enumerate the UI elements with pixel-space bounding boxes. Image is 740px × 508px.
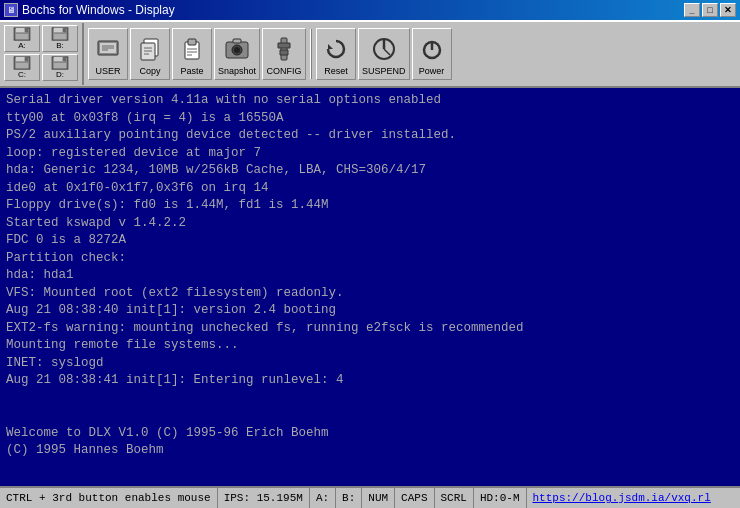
terminal-line: Started kswapd v 1.4.2.2	[6, 215, 734, 233]
snapshot-icon	[221, 33, 253, 65]
terminal-line: VFS: Mounted root (ext2 filesystem) read…	[6, 285, 734, 303]
floppy-c-icon	[12, 56, 32, 70]
status-bar: CTRL + 3rd button enables mouse IPS: 15.…	[0, 486, 740, 508]
terminal-screen: Serial driver version 4.11a with no seri…	[0, 88, 740, 486]
floppy-group: A: B: C:	[4, 23, 84, 85]
terminal-line: PS/2 auxiliary pointing device detected …	[6, 127, 734, 145]
caps-lock-status: CAPS	[395, 488, 434, 508]
svg-rect-6	[63, 28, 67, 32]
minimize-button[interactable]: _	[684, 3, 700, 17]
num-lock-status: NUM	[362, 488, 395, 508]
suspend-button[interactable]: SUSPEND	[358, 28, 410, 80]
floppy-c-label: C:	[18, 70, 26, 79]
terminal-line: hda: hda1	[6, 267, 734, 285]
terminal-line: Welcome to DLX V1.0 (C) 1995-96 Erich Bo…	[6, 425, 734, 443]
reset-button[interactable]: Reset	[316, 28, 356, 80]
title-bar-left: 🖥 Bochs for Windows - Display	[4, 3, 175, 17]
drive-a-status: A:	[310, 488, 336, 508]
terminal-line: EXT2-fs warning: mounting unchecked fs, …	[6, 320, 734, 338]
svg-marker-36	[328, 44, 333, 49]
status-link: https://blog.jsdm.ia/vxq.rl	[527, 488, 717, 508]
floppy-c-button[interactable]: C:	[4, 54, 40, 81]
terminal-line: (C) 1995 Hannes Boehm	[6, 442, 734, 460]
copy-label: Copy	[139, 66, 160, 76]
terminal-line: loop: registered device at major 7	[6, 145, 734, 163]
svg-rect-7	[54, 34, 66, 39]
paste-icon	[176, 33, 208, 65]
floppy-b-icon	[50, 27, 70, 41]
hd-status: HD:0-M	[474, 488, 527, 508]
toolbar: A: B: C:	[0, 20, 740, 88]
svg-rect-15	[54, 63, 66, 68]
svg-point-33	[234, 47, 240, 53]
terminal-line	[6, 477, 734, 486]
terminal-line: Mounting remote file systems...	[6, 337, 734, 355]
terminal-line: tty00 at 0x03f8 (irq = 4) is a 16550A	[6, 110, 734, 128]
user-button[interactable]: USER	[88, 28, 128, 80]
mouse-hint: CTRL + 3rd button enables mouse	[0, 488, 218, 508]
user-label: USER	[95, 66, 120, 76]
close-button[interactable]: ✕	[720, 3, 736, 17]
ips-display: IPS: 15.195M	[218, 488, 310, 508]
svg-rect-2	[25, 28, 29, 32]
terminal-line	[6, 407, 734, 425]
terminal-line: hda: Generic 1234, 10MB w/256kB Cache, L…	[6, 162, 734, 180]
paste-button[interactable]: Paste	[172, 28, 212, 80]
window-title: Bochs for Windows - Display	[22, 3, 175, 17]
suspend-icon	[368, 33, 400, 65]
scroll-lock-status: SCRL	[435, 488, 474, 508]
reset-icon	[320, 33, 352, 65]
floppy-row-top: A: B:	[4, 25, 78, 52]
terminal-line: Serial driver version 4.11a with no seri…	[6, 92, 734, 110]
floppy-a-label: A:	[18, 41, 26, 50]
power-label: Power	[419, 66, 445, 76]
terminal-line: Partition check:	[6, 250, 734, 268]
maximize-button[interactable]: □	[702, 3, 718, 17]
suspend-label: SUSPEND	[362, 66, 406, 76]
terminal-line	[6, 460, 734, 478]
config-button[interactable]: CONFIG	[262, 28, 306, 80]
floppy-a-button[interactable]: A:	[4, 25, 40, 52]
terminal-line: Aug 21 08:38:40 init[1]: version 2.4 boo…	[6, 302, 734, 320]
floppy-d-icon	[50, 56, 70, 70]
svg-rect-35	[281, 38, 287, 60]
floppy-d-label: D:	[56, 70, 64, 79]
config-icon	[268, 33, 300, 65]
floppy-b-button[interactable]: B:	[42, 25, 78, 52]
title-bar: 🖥 Bochs for Windows - Display _ □ ✕	[0, 0, 740, 20]
svg-rect-27	[188, 39, 196, 45]
reset-label: Reset	[324, 66, 348, 76]
snapshot-button[interactable]: Snapshot	[214, 28, 260, 80]
floppy-b-label: B:	[56, 41, 64, 50]
floppy-row-bottom: C: D:	[4, 54, 78, 81]
svg-rect-10	[25, 57, 29, 61]
terminal-line	[6, 390, 734, 408]
terminal-line: FDC 0 is a 8272A	[6, 232, 734, 250]
power-button[interactable]: Power	[412, 28, 452, 80]
terminal-line: Aug 21 08:38:41 init[1]: Entering runlev…	[6, 372, 734, 390]
terminal-line: INET: syslogd	[6, 355, 734, 373]
svg-rect-34	[233, 39, 241, 43]
svg-rect-14	[63, 57, 67, 61]
terminal-line: ide0 at 0x1f0-0x1f7,0x3f6 on irq 14	[6, 180, 734, 198]
copy-icon	[134, 33, 166, 65]
config-label: CONFIG	[267, 66, 302, 76]
blog-link[interactable]: https://blog.jsdm.ia/vxq.rl	[533, 492, 711, 504]
title-controls[interactable]: _ □ ✕	[684, 3, 736, 17]
title-icon: 🖥	[4, 3, 18, 17]
floppy-a-icon	[12, 27, 32, 41]
paste-label: Paste	[180, 66, 203, 76]
svg-rect-11	[16, 63, 28, 68]
power-icon	[416, 33, 448, 65]
drive-b-status: B:	[336, 488, 362, 508]
copy-button[interactable]: Copy	[130, 28, 170, 80]
svg-rect-3	[16, 34, 28, 39]
terminal-line: Floppy drive(s): fd0 is 1.44M, fd1 is 1.…	[6, 197, 734, 215]
user-icon	[92, 33, 124, 65]
toolbar-separator	[310, 29, 312, 79]
floppy-d-button[interactable]: D:	[42, 54, 78, 81]
snapshot-label: Snapshot	[218, 66, 256, 76]
